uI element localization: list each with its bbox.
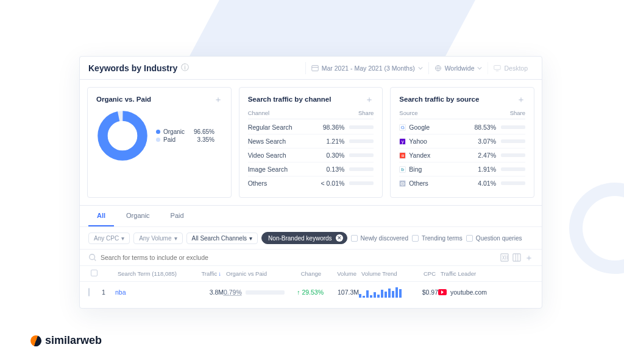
globe-icon: [434, 65, 442, 72]
tab-paid[interactable]: Paid: [162, 206, 193, 226]
card-add-button[interactable]: ＋: [365, 95, 374, 103]
svg-point-5: [90, 254, 95, 260]
channel-value: 1.21%: [316, 138, 344, 145]
keyword-link[interactable]: nba: [115, 289, 126, 296]
col-source: Source: [399, 110, 417, 116]
checkbox-icon: [351, 235, 358, 242]
legend-paid-label: Paid: [163, 136, 176, 143]
source-row: GGoogle 88.53%: [399, 121, 525, 135]
source-icon: я: [399, 152, 406, 159]
channel-row: Image Search 0.13%: [248, 163, 374, 177]
device-picker[interactable]: Desktop: [488, 62, 533, 74]
cell-ovp-bar: [246, 290, 285, 295]
cell-leader: youtube.com: [450, 289, 487, 296]
calendar-icon: [311, 65, 319, 72]
filter-all-channels[interactable]: All Search Channels▾: [186, 233, 258, 244]
share-bar: [501, 125, 525, 129]
filter-questions[interactable]: Question queries: [466, 235, 522, 242]
share-bar: [501, 181, 525, 185]
checkbox-icon: [412, 235, 419, 242]
tab-organic[interactable]: Organic: [118, 206, 158, 226]
source-icon: ◍: [399, 180, 406, 187]
channel-row: News Search 1.21%: [248, 135, 374, 149]
col-traffic-leader[interactable]: Traffic Leader: [438, 270, 533, 277]
page-title: Keywords by Industry: [88, 63, 177, 73]
card-title: Search traffic by source: [399, 96, 479, 103]
source-icon: b: [399, 166, 406, 173]
source-row: yYahoo 3.07%: [399, 135, 525, 149]
row-checkbox[interactable]: [88, 288, 90, 296]
share-bar: [501, 139, 525, 143]
channel-value: 98.36%: [316, 124, 344, 131]
channel-row: Regular Search 98.36%: [248, 121, 374, 135]
card-add-button[interactable]: ＋: [517, 95, 525, 103]
channel-label: Regular Search: [248, 124, 317, 131]
search-icon: [88, 253, 97, 262]
card-title: Organic vs. Paid: [96, 96, 151, 103]
filter-trending[interactable]: Trending terms: [412, 235, 463, 242]
channel-row: Others < 0.01%: [248, 177, 374, 190]
share-bar: [349, 153, 374, 157]
legend-dot-paid: [156, 138, 160, 142]
info-icon[interactable]: ⓘ: [181, 63, 189, 73]
legend-dot-organic: [156, 130, 160, 134]
channel-value: < 0.01%: [316, 180, 344, 187]
legend-paid-pct: 3.35%: [191, 136, 214, 143]
keywords-table: Search Term (118,085) Traffic↓ Organic v…: [80, 265, 542, 303]
source-label: Others: [409, 180, 428, 187]
page-header: Keywords by Industry ⓘ Mar 2021 - May 20…: [80, 57, 542, 80]
card-add-button[interactable]: ＋: [214, 95, 222, 103]
source-label: Google: [409, 124, 430, 131]
bg-arc: [569, 183, 624, 274]
share-bar: [349, 139, 374, 143]
svg-point-4: [102, 116, 142, 155]
col-volume[interactable]: Volume: [324, 270, 359, 277]
legend-organic-pct: 96.65%: [188, 128, 214, 135]
source-value: 4.01%: [468, 180, 496, 187]
col-cpc[interactable]: CPC: [410, 270, 438, 277]
cell-traffic: 3.8M: [183, 289, 224, 296]
cell-ovp-pct: 0.79%: [224, 289, 242, 296]
filter-any-cpc[interactable]: Any CPC▾: [88, 233, 130, 244]
card-title: Search traffic by channel: [248, 96, 332, 103]
channel-row: Video Search 0.30%: [248, 149, 374, 163]
source-value: 3.07%: [468, 138, 496, 145]
channel-label: Others: [248, 180, 317, 187]
col-volume-trend[interactable]: Volume Trend: [359, 270, 410, 277]
columns-settings-icon[interactable]: [512, 253, 521, 262]
export-excel-icon[interactable]: [500, 253, 509, 262]
row-index: 1: [102, 289, 115, 296]
col-organic-vs-paid[interactable]: Organic vs Paid: [224, 270, 285, 277]
card-traffic-by-channel: Search traffic by channel ＋ ChannelShare…: [239, 87, 383, 198]
date-range-picker[interactable]: Mar 2021 - May 2021 (3 Months): [305, 62, 428, 74]
search-input[interactable]: [101, 254, 497, 261]
desktop-icon: [494, 65, 501, 72]
add-button[interactable]: ＋: [525, 253, 533, 262]
chevron-down-icon: [477, 66, 482, 71]
filter-newly-discovered[interactable]: Newly discovered: [351, 235, 408, 242]
source-icon: G: [399, 124, 406, 131]
cell-volume: 107.3M: [324, 289, 359, 296]
col-search-term[interactable]: Search Term (118,085): [115, 270, 183, 277]
channel-label: Video Search: [248, 152, 317, 159]
chevron-down-icon: ▾: [121, 235, 124, 242]
table-row[interactable]: 1 nba 3.8M 0.79% ↑ 29.53% 107.3M $0.97 y…: [80, 282, 542, 303]
youtube-icon: [438, 289, 447, 295]
tab-all[interactable]: All: [88, 206, 114, 226]
close-icon[interactable]: ✕: [336, 234, 343, 242]
table-header: Search Term (118,085) Traffic↓ Organic v…: [80, 266, 542, 282]
region-picker[interactable]: Worldwide: [428, 62, 488, 74]
chevron-down-icon: ▾: [249, 235, 252, 242]
select-all-checkbox[interactable]: [91, 270, 98, 276]
filter-any-volume[interactable]: Any Volume▾: [133, 233, 182, 244]
share-bar: [349, 181, 374, 185]
filter-bar: Any CPC▾ Any Volume▾ All Search Channels…: [80, 226, 542, 249]
channel-label: News Search: [248, 138, 317, 145]
col-change[interactable]: Change: [285, 270, 324, 277]
source-label: Yandex: [409, 152, 430, 159]
date-range-label: Mar 2021 - May 2021 (3 Months): [322, 65, 415, 72]
filter-non-branded[interactable]: Non-Branded keywords✕: [261, 232, 347, 244]
source-row: bBing 1.91%: [399, 163, 525, 177]
card-organic-vs-paid: Organic vs. Paid ＋ Organic96.65% Paid3.3…: [87, 87, 232, 198]
col-traffic[interactable]: Traffic↓: [183, 270, 224, 277]
